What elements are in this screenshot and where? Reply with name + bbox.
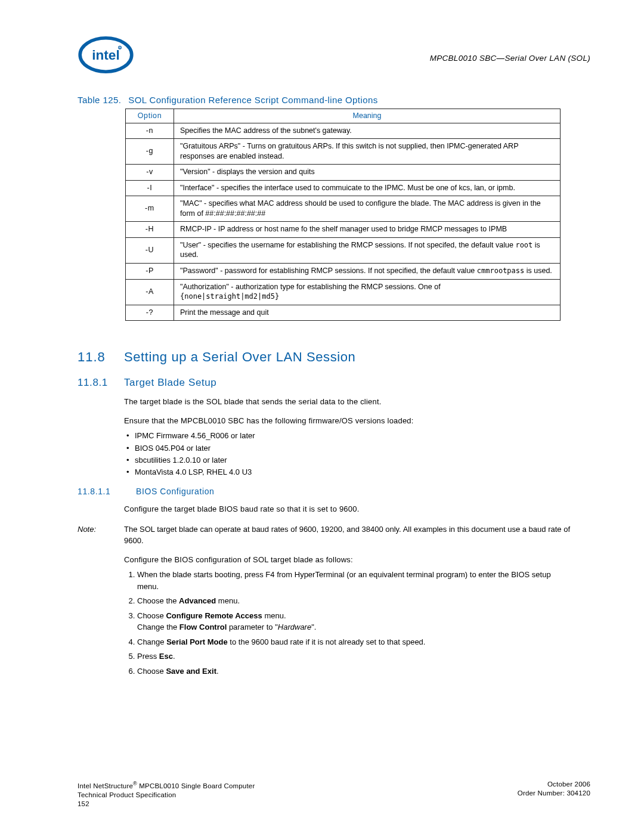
list-item: MontaVista 4.0 LSP, RHEL 4.0 U3 — [124, 466, 572, 478]
subsection-heading: 11.8.1 Target Blade Setup — [78, 377, 590, 389]
list-item: Choose Configure Remote Access menu.Chan… — [137, 610, 572, 633]
list-item: Change Serial Port Mode to the 9600 baud… — [137, 636, 572, 648]
table-caption: Table 125.SOL Configuration Reference Sc… — [54, 95, 590, 105]
footer-order-number: Order Number: 304120 — [518, 789, 590, 798]
table-row: -U"User" - specifies the username for es… — [126, 237, 561, 263]
table-row: -I"Interface" - specifies the interface … — [126, 180, 561, 196]
note-label: Note: — [78, 524, 124, 547]
footer-date: October 2006 — [518, 780, 590, 789]
bullet-list: IPMC Firmware 4.56_R006 or later BIOS 04… — [124, 430, 572, 478]
table-row: -v"Version" - displays the version and q… — [126, 165, 561, 181]
table-number: Table 125. — [78, 95, 121, 105]
list-item: sbcutilities 1.2.0.10 or later — [124, 454, 572, 466]
page-header: intel R MPCBL0010 SBC—Serial Over LAN (S… — [54, 36, 590, 74]
section-heading: 11.8 Setting up a Serial Over LAN Sessio… — [78, 349, 590, 365]
table-row: -m"MAC" - specifies what MAC address sho… — [126, 196, 561, 222]
table-row: -g"Gratuitous ARPs" - Turns on gratuitou… — [126, 139, 561, 165]
options-table: Option Meaning -nSpecifies the MAC addre… — [125, 109, 561, 321]
list-item: Choose Save and Exit. — [137, 665, 572, 677]
svg-text:intel: intel — [92, 48, 119, 63]
ordered-list: When the blade starts booting, press F4 … — [124, 569, 572, 677]
table-title: SOL Configuration Reference Script Comma… — [128, 95, 377, 105]
table-row: -nSpecifies the MAC address of the subne… — [126, 123, 561, 139]
paragraph: Ensure that the MPCBL0010 SBC has the fo… — [124, 415, 572, 427]
footer-doc-type: Technical Product Specification — [78, 791, 255, 800]
table-row: -HRMCP-IP - IP address or host name fo t… — [126, 222, 561, 238]
note-block: Note: The SOL target blade can operate a… — [78, 524, 572, 547]
note-body: The SOL target blade can operate at baud… — [124, 524, 572, 547]
footer-page-number: 152 — [78, 800, 255, 809]
list-item: Press Esc. — [137, 651, 572, 662]
list-item: BIOS 045.P04 or later — [124, 442, 572, 454]
list-item: When the blade starts booting, press F4 … — [137, 569, 572, 592]
paragraph: Configure the target blade BIOS baud rat… — [124, 503, 572, 515]
svg-text:R: R — [119, 47, 121, 49]
paragraph: The target blade is the SOL blade that s… — [124, 396, 572, 408]
th-meaning: Meaning — [174, 109, 561, 123]
running-header: MPCBL0010 SBC—Serial Over LAN (SOL) — [134, 48, 590, 63]
page-footer: Intel NetStructure® MPCBL0010 Single Boa… — [78, 780, 590, 809]
list-item: IPMC Firmware 4.56_R006 or later — [124, 430, 572, 442]
th-option: Option — [126, 109, 174, 123]
footer-product: Intel NetStructure® MPCBL0010 Single Boa… — [78, 780, 255, 791]
table-row: -A"Authorization" - authorization type f… — [126, 279, 561, 305]
intel-logo: intel R — [78, 36, 134, 74]
paragraph: Configure the BIOS configuration of SOL … — [124, 554, 572, 566]
table-row: -?Print the message and quit — [126, 305, 561, 321]
list-item: Choose the Advanced menu. — [137, 595, 572, 607]
subsubsection-heading: 11.8.1.1 BIOS Configuration — [78, 487, 590, 496]
table-row: -P"Password" - password for establishing… — [126, 263, 561, 279]
